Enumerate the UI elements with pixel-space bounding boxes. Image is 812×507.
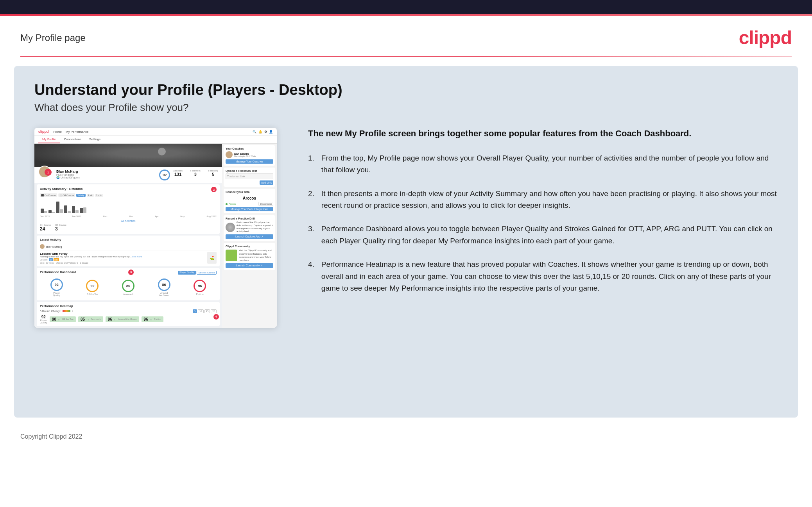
bar <box>44 211 47 213</box>
ring-putting[interactable]: 96 Putting <box>194 280 206 295</box>
search-icon[interactable]: 🔍 <box>253 130 256 134</box>
filter-off-course[interactable]: ⬜ Off Course <box>58 193 75 197</box>
community-text: Visit the Clippd Community and discover … <box>239 249 273 262</box>
bar <box>56 202 59 213</box>
main-heading: Understand your Profile (Players - Deskt… <box>34 82 778 98</box>
manage-coaches-btn[interactable]: Manage Your Coaches <box>226 159 273 164</box>
list-item-1: 1. From the top, My Profile page now sho… <box>308 152 778 176</box>
disconnect-btn[interactable]: Disconnect <box>258 202 273 206</box>
launch-community-btn[interactable]: Launch Community ↗ <box>226 263 273 268</box>
trackman-input[interactable]: Trackman Link <box>226 173 273 179</box>
tab-settings[interactable]: Settings <box>85 136 104 143</box>
connected-dot <box>226 203 228 205</box>
list-text-1: From the top, My Profile page now shows … <box>321 152 778 176</box>
off-course-stat: Off Course 3 <box>55 224 66 232</box>
ring-off-the-tee[interactable]: 90 Off the Tee <box>86 280 99 295</box>
ring-label-approach: Approach <box>123 293 133 295</box>
nav-my-performance[interactable]: My Performance <box>66 130 89 134</box>
hcp-badge: 1 <box>45 169 52 176</box>
app-body: 1 Blair McHarg Plus Handicap 🌍 United Ki… <box>34 144 277 328</box>
coach-club: Barnstaple Golf Club <box>234 155 256 157</box>
heatmap-btn-10[interactable]: 10 <box>198 309 204 313</box>
heatmap-item-overall[interactable]: 92 PlayerQuality <box>40 315 47 324</box>
strokes-gained-btn[interactable]: Strokes Gained <box>197 271 217 275</box>
all-activities-link[interactable]: All Activities <box>121 220 136 222</box>
main-content: Understand your Profile (Players - Deskt… <box>14 66 798 418</box>
manage-integrations-btn[interactable]: Manage Your Data Integrations <box>226 207 273 211</box>
stat-following-val: 5 <box>208 172 218 177</box>
perf-badge: 3 <box>128 270 134 275</box>
drill-avatar <box>226 223 235 232</box>
header-divider <box>20 56 792 57</box>
heatmap-btn-20[interactable]: 20 <box>211 309 217 313</box>
tab-connections[interactable]: Connections <box>60 136 85 143</box>
drill-text: Go to one of the Clippd practice drills … <box>237 221 273 233</box>
list-num-1: 1. <box>308 152 314 176</box>
bar-group-2 <box>48 210 55 213</box>
latest-activity-section: Latest Activity Blair McHarg Lesson with… <box>37 236 220 266</box>
bar <box>75 210 79 213</box>
app-mockup: clippd Home My Performance 🔍 🔔 ⚙ 👤 My Pr… <box>34 128 277 328</box>
filter-5-daily[interactable]: 5 daily <box>76 194 85 197</box>
heatmap-btn-15[interactable]: 15 <box>204 309 210 313</box>
activity-user-name: Blair McHarg <box>46 245 62 248</box>
player-quality-btn[interactable]: Player Quality <box>178 271 195 275</box>
heatmap-controls: 5 Round Change: + 5 10 15 20 <box>40 309 217 313</box>
settings-icon[interactable]: ⚙ <box>264 130 267 134</box>
heatmap-round-btns: 5 10 15 20 <box>193 309 217 313</box>
activity-filters: ⬛ On Course ⬜ Off Course 5 daily 1 wk 1 … <box>40 193 217 197</box>
heatmap-trend-putting: ↑↓ <box>150 318 152 321</box>
profile-info: Blair McHarg Plus Handicap 🌍 United King… <box>56 170 156 179</box>
app-left: 1 Blair McHarg Plus Handicap 🌍 United Ki… <box>34 144 222 328</box>
app-banner <box>34 144 222 167</box>
ring-player-quality[interactable]: 92 PlayerQuality <box>50 278 63 296</box>
list-num-4: 4. <box>308 259 314 294</box>
list-text-3: Performance Dashboard allows you to togg… <box>321 223 778 247</box>
community-avatar <box>226 250 237 261</box>
heatmap-bar-putting[interactable]: 96 ↑↓ Putting <box>142 316 164 322</box>
right-panel: The new My Profile screen brings togethe… <box>300 128 778 306</box>
ring-approach[interactable]: 85 Approach <box>122 280 134 295</box>
profile-name: Blair McHarg <box>56 170 156 173</box>
list-item-3: 3. Performance Dashboard allows you to t… <box>308 223 778 247</box>
heatmap-bars: 92 PlayerQuality 90 ↑↓ Off the Tee 85 <box>40 315 217 324</box>
numbered-list: 1. From the top, My Profile page now sho… <box>308 152 778 295</box>
ring-around-green[interactable]: 86 Aroundthe Green <box>158 278 170 296</box>
activity-user-avatar <box>40 244 45 249</box>
on-off-course: On Course 24 Off Course 3 <box>40 224 217 232</box>
bar-group-4 <box>64 205 71 213</box>
heatmap-bar-around-green[interactable]: 96 ↑↓ Around the Green <box>106 316 139 322</box>
tab-my-profile[interactable]: My Profile <box>38 136 60 143</box>
app-screenshot: clippd Home My Performance 🔍 🔔 ⚙ 👤 My Pr… <box>34 128 277 328</box>
lesson-meta-stats: Lesson: att add <box>40 259 205 261</box>
perf-rings: 92 PlayerQuality 90 Off the Tee 85 Appro… <box>40 277 217 298</box>
list-text-2: It then presents a more in-depth view of… <box>321 188 778 212</box>
filter-on-course[interactable]: ⬛ On Course <box>40 193 57 197</box>
filter-1-mth[interactable]: 1 mth <box>95 194 103 197</box>
coaches-title: Your Coaches <box>226 147 273 150</box>
user-icon[interactable]: 👤 <box>269 130 273 134</box>
heatmap-bar-off-tee[interactable]: 90 ↑↓ Off the Tee <box>50 316 76 322</box>
top-bar <box>0 0 812 14</box>
coach-avatar <box>226 151 233 158</box>
bar <box>60 209 63 213</box>
trackman-title: Upload a Trackman Test <box>226 170 273 172</box>
app-tabs: My Profile Connections Settings <box>34 136 277 144</box>
lesson-meta-date: 01h : 30 mins · Videos and Videos: 0 · 1… <box>40 262 205 264</box>
bell-icon[interactable]: 🔔 <box>258 130 262 134</box>
performance-dashboard-section: Performance Dashboard Player Quality Str… <box>37 268 220 300</box>
trackman-add-btn[interactable]: Add Link <box>260 180 273 185</box>
heatmap-gradient <box>63 310 70 312</box>
heatmap-bar-approach[interactable]: 85 ↑↓ Approach <box>78 316 103 322</box>
connected-label: Arccos <box>229 203 236 205</box>
profile-section: 1 Blair McHarg Plus Handicap 🌍 United Ki… <box>34 167 222 183</box>
connect-section: Connect your data Arccos Arccos Disconne… <box>224 189 275 213</box>
activity-badge: 2 <box>211 187 217 192</box>
stat-activities: Activities 131 <box>173 170 183 177</box>
launch-capture-btn[interactable]: Launch Capture App ↗ <box>226 234 273 239</box>
nav-home[interactable]: Home <box>54 130 62 134</box>
heatmap-btn-5[interactable]: 5 <box>193 309 197 313</box>
coach-name: Dan Davies <box>234 152 256 155</box>
filter-1-wk[interactable]: 1 wk <box>87 194 94 197</box>
coach-item: Dan Davies Barnstaple Golf Club <box>226 151 273 158</box>
